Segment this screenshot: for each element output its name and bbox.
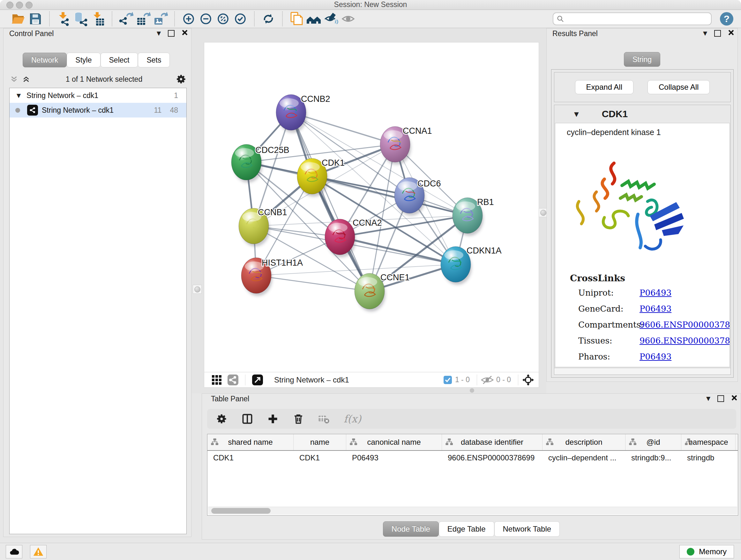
crosslink-link[interactable]: P06493 <box>639 304 671 314</box>
grid-view-icon[interactable] <box>211 374 222 385</box>
tab-sets[interactable]: Sets <box>138 53 170 67</box>
column-header-shared-name[interactable]: shared name <box>207 434 293 450</box>
network-view[interactable]: CCNB2CCNA1CDC25BCDK1CDC6RB1CCNB1CCNA2CDK… <box>204 43 539 387</box>
delete-table-icon[interactable] <box>318 413 330 425</box>
search-input[interactable] <box>564 14 711 23</box>
export-image-button[interactable] <box>152 10 169 27</box>
column-header-database-identifier[interactable]: database identifier <box>442 434 542 450</box>
cytoscape-window: Session: New Session ? Control Panel ▼ N… <box>0 0 741 560</box>
scrollbar-thumb[interactable] <box>211 508 271 514</box>
collection-expand-icon[interactable]: ▼ <box>17 92 21 99</box>
section-expand-icon[interactable]: ▼ <box>574 111 579 118</box>
panel-menu-icon[interactable]: ▼ <box>703 30 707 37</box>
gene-symbol: CDK1 <box>602 109 628 119</box>
expand-all-button[interactable]: Expand All <box>575 80 633 94</box>
crosslink-link[interactable]: P06493 <box>639 352 671 361</box>
home-pair-button[interactable] <box>305 10 322 27</box>
column-header-namespace[interactable]: namespace <box>681 434 736 450</box>
import-network-database-button[interactable] <box>72 10 89 27</box>
crosslink-row: Tissues:9606.ENSP00000378699 <box>578 336 726 346</box>
float-panel-icon[interactable] <box>718 395 724 402</box>
table-options-gear-icon[interactable] <box>216 413 227 425</box>
collapse-all-button[interactable]: Collapse All <box>648 80 710 94</box>
export-table-button[interactable] <box>135 10 152 27</box>
add-column-icon[interactable] <box>267 413 279 425</box>
table-horizontal-scrollbar[interactable] <box>208 507 737 515</box>
network-icon <box>27 105 38 116</box>
panel-menu-icon[interactable]: ▼ <box>706 395 711 401</box>
gene-section-header[interactable]: ▼ CDK1 <box>554 105 731 123</box>
collapse-all-networks-icon[interactable] <box>22 75 30 83</box>
hidden-eye-icon[interactable] <box>481 375 494 385</box>
eye-pen-button[interactable] <box>322 10 340 27</box>
crosslink-link[interactable]: 9606.ENSP00000378699 <box>639 320 730 329</box>
gene-description: cyclin–dependent kinase 1 <box>567 128 726 137</box>
tab-style[interactable]: Style <box>67 53 100 67</box>
column-header-description[interactable]: description <box>542 434 625 450</box>
help-button[interactable]: ? <box>720 12 733 25</box>
node-CCNA2[interactable] <box>325 219 356 257</box>
float-panel-icon[interactable] <box>168 30 175 37</box>
panel-menu-icon[interactable]: ▼ <box>157 30 161 37</box>
crosslink-link[interactable]: P06493 <box>639 288 671 298</box>
column-header--id[interactable]: @id <box>625 434 681 450</box>
zoom-in-button[interactable] <box>180 10 197 27</box>
eye-button[interactable] <box>340 10 357 27</box>
cloud-icon[interactable] <box>6 545 22 558</box>
save-session-button[interactable] <box>27 10 44 27</box>
network-canvas-svg[interactable]: CCNB2CCNA1CDC25BCDK1CDC6RB1CCNB1CCNA2CDK… <box>204 43 539 372</box>
zoom-out-button[interactable] <box>197 10 214 27</box>
edge-CCNA2-CDKN1A[interactable] <box>340 237 456 264</box>
node-label-CCNA2: CCNA2 <box>353 218 382 228</box>
close-panel-icon[interactable] <box>728 29 734 37</box>
network-collection-row[interactable]: ▼ String Network – cdk1 1 <box>10 88 186 103</box>
table-panel: Table Panel ▼ f(x) <box>202 393 741 540</box>
results-panel-title: Results Panel <box>552 29 598 38</box>
expand-all-networks-icon[interactable] <box>10 75 18 83</box>
import-network-file-button[interactable] <box>55 10 72 27</box>
close-panel-icon[interactable] <box>182 29 188 37</box>
node-label-CDC6: CDC6 <box>417 179 441 188</box>
memory-status-icon <box>687 548 694 556</box>
bottom-splitter-handle[interactable] <box>470 388 474 393</box>
results-scroll-strip[interactable] <box>554 368 731 374</box>
table-cell: cyclin–dependent ... <box>542 453 625 462</box>
delete-column-icon[interactable] <box>293 413 304 425</box>
zoom-selected-button[interactable] <box>232 10 249 27</box>
open-in-window-icon[interactable] <box>252 374 263 386</box>
crosslink-link[interactable]: 9606.ENSP00000378699 <box>639 336 730 346</box>
refresh-view-button[interactable] <box>260 10 277 27</box>
column-header-canonical-name[interactable]: canonical name <box>346 434 442 450</box>
network-options-gear-icon[interactable] <box>176 74 187 84</box>
network-badge-icon[interactable] <box>227 374 239 386</box>
selected-checkbox-icon[interactable] <box>443 375 453 385</box>
results-panel: Results Panel ▼ String Expand All Collap… <box>546 28 738 382</box>
open-session-button[interactable] <box>10 10 27 27</box>
column-header-name[interactable]: name <box>293 434 346 450</box>
import-table-file-button[interactable] <box>89 10 107 27</box>
table-row[interactable]: CDK1CDK1P064939606.ENSP00000378699cyclin… <box>207 451 738 465</box>
table-body: CDK1CDK1P064939606.ENSP00000378699cyclin… <box>207 451 738 465</box>
memory-button[interactable]: Memory <box>679 545 734 558</box>
export-network-button[interactable] <box>118 10 135 27</box>
show-column-icon[interactable] <box>242 413 253 425</box>
tab-select[interactable]: Select <box>100 53 138 67</box>
tab-network[interactable]: Network <box>23 53 67 67</box>
edge-HIST1H1A-CCNE1[interactable] <box>256 275 369 291</box>
warning-icon[interactable] <box>30 545 47 558</box>
birdseye-crosshair-icon[interactable] <box>522 374 534 386</box>
documents-button[interactable] <box>288 10 305 27</box>
search-box <box>553 12 712 25</box>
zoom-fit-button[interactable] <box>214 10 232 27</box>
left-splitter-handle[interactable] <box>193 285 202 294</box>
tab-string[interactable]: String <box>624 52 660 67</box>
toolbar-separator <box>282 11 283 26</box>
network-row[interactable]: String Network – cdk1 11 48 <box>10 103 186 118</box>
close-panel-icon[interactable] <box>731 395 738 402</box>
tab-edge-table[interactable]: Edge Table <box>439 521 494 537</box>
function-builder-icon[interactable]: f(x) <box>344 413 361 425</box>
tab-node-table[interactable]: Node Table <box>383 521 439 537</box>
float-panel-icon[interactable] <box>714 30 721 37</box>
tab-network-table[interactable]: Network Table <box>494 521 560 537</box>
node-count: 11 <box>154 106 162 115</box>
